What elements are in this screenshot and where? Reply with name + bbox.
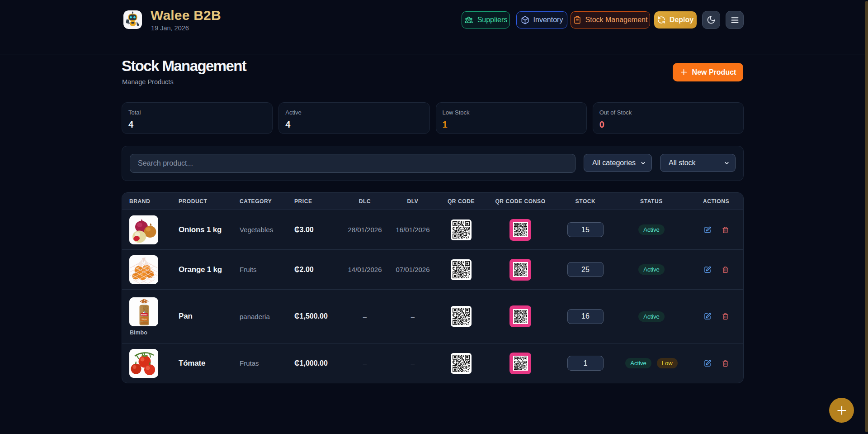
svg-text:Mega: Mega <box>142 318 147 320</box>
svg-text:BIMBO: BIMBO <box>141 313 148 315</box>
